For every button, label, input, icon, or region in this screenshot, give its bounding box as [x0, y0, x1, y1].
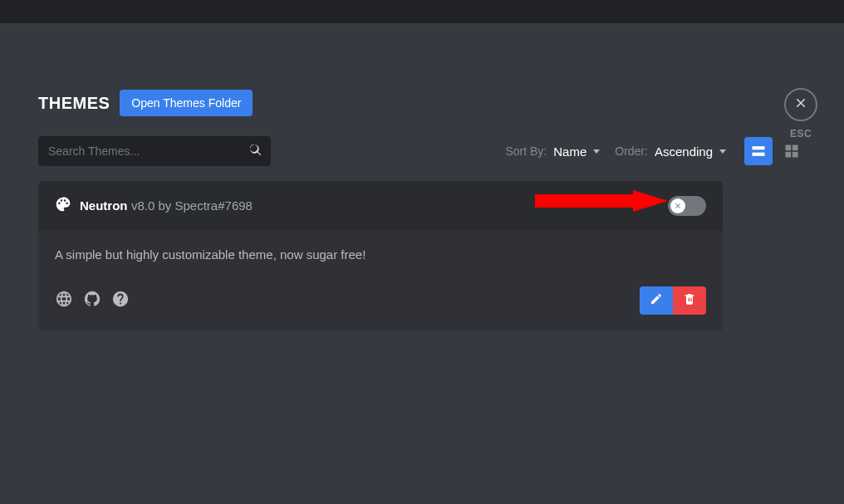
theme-title-group: Neutron v8.0 by Spectra#7698 — [55, 196, 668, 216]
edit-button[interactable] — [640, 286, 673, 315]
theme-card: Neutron v8.0 by Spectra#7698 A simple bu… — [38, 181, 723, 331]
svg-rect-4 — [786, 152, 792, 158]
page-header: THEMES Open Themes Folder — [38, 90, 806, 116]
order-label: Order: — [615, 144, 648, 158]
chevron-down-icon — [593, 149, 600, 154]
theme-links — [55, 290, 130, 311]
page-title: THEMES — [38, 94, 110, 113]
search-box[interactable] — [38, 136, 271, 166]
order-select[interactable]: Ascending — [655, 144, 726, 159]
controls-row: Sort By: Name Order: Ascending — [38, 136, 806, 166]
trash-icon — [683, 292, 696, 309]
delete-button[interactable] — [673, 286, 706, 315]
theme-actions — [640, 286, 706, 315]
svg-rect-5 — [792, 152, 798, 158]
close-icon — [793, 95, 808, 114]
theme-card-header: Neutron v8.0 by Spectra#7698 — [38, 181, 723, 231]
search-input[interactable] — [48, 144, 231, 158]
pencil-icon — [650, 292, 663, 309]
sort-by-value: Name — [553, 144, 586, 159]
chevron-down-icon — [719, 149, 726, 154]
close-button[interactable] — [784, 88, 817, 121]
sort-by-select[interactable]: Name — [553, 144, 600, 159]
order-value: Ascending — [655, 144, 713, 159]
theme-version: v8.0 — [131, 198, 155, 213]
theme-name: Neutron — [80, 198, 128, 213]
help-icon[interactable] — [111, 290, 130, 311]
palette-icon — [55, 196, 71, 216]
theme-card-footer — [55, 286, 706, 315]
view-toggle — [744, 137, 806, 165]
svg-rect-1 — [753, 153, 765, 156]
search-icon — [248, 142, 263, 160]
list-view-button[interactable] — [744, 137, 773, 165]
sort-by-label: Sort By: — [505, 144, 547, 158]
website-icon[interactable] — [55, 290, 73, 311]
github-icon[interactable] — [83, 290, 101, 311]
toggle-knob — [670, 198, 685, 213]
svg-rect-0 — [753, 146, 765, 149]
title-bar — [0, 0, 844, 23]
theme-author: Spectra#7698 — [175, 198, 253, 213]
open-themes-folder-button[interactable]: Open Themes Folder — [120, 90, 253, 116]
escape-label: ESC — [790, 128, 812, 139]
grid-view-button[interactable] — [778, 137, 806, 165]
theme-enable-toggle[interactable] — [668, 196, 706, 216]
svg-rect-2 — [786, 145, 792, 151]
svg-rect-3 — [792, 145, 798, 151]
close-group: ESC — [784, 88, 817, 139]
theme-card-body: A simple but highly customizable theme, … — [38, 231, 723, 331]
theme-author-prefix: by — [158, 198, 171, 213]
themes-settings-page: THEMES Open Themes Folder Sort By: Name … — [0, 23, 844, 331]
theme-description: A simple but highly customizable theme, … — [55, 247, 706, 262]
